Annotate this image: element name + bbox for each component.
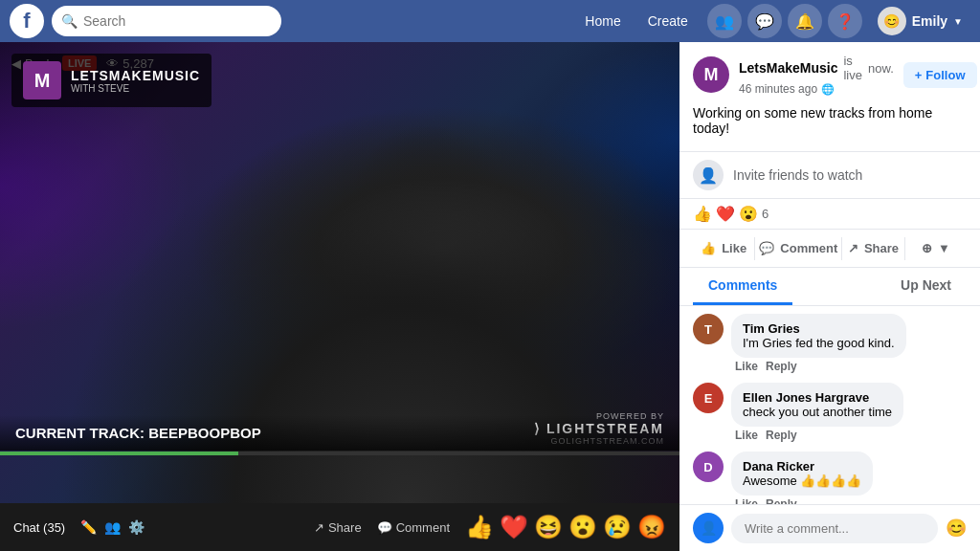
now-text: now. — [868, 61, 894, 76]
channel-icon: M — [23, 61, 61, 99]
globe-icon: 🌐 — [821, 83, 835, 96]
reply-action[interactable]: Reply — [766, 497, 797, 504]
comment-author[interactable]: Ellen Jones Hargrave — [743, 390, 892, 405]
edit-icon[interactable]: ✏️ — [80, 519, 97, 535]
comment-icon: 💬 — [377, 520, 392, 535]
comment-action[interactable]: 💬 Comment — [755, 233, 841, 263]
list-item: T Tim Gries I'm Gries fed the good kind.… — [693, 314, 967, 373]
comment-content: Ellen Jones Hargrave check you out anoth… — [731, 383, 903, 442]
comment-button[interactable]: 💬 Comment — [377, 520, 450, 535]
comment-bubble: Ellen Jones Hargrave check you out anoth… — [731, 383, 903, 427]
reaction-count: 6 — [762, 207, 768, 221]
chevron-down-icon: ▼ — [953, 16, 963, 27]
current-track: CURRENT TRACK: BEEPBOOPBOP — [15, 425, 664, 441]
comment-actions: Like Reply — [735, 429, 903, 442]
share-action[interactable]: ↗ Share — [842, 233, 903, 263]
reaction-icons: 👍 ❤️ 😆 😮 😢 😡 — [465, 514, 666, 540]
comment-input-row: 👤 😊 — [679, 504, 980, 551]
search-icon: 🔍 — [61, 13, 78, 29]
video-panel: ◀ Back LIVE 👁 5,287 M LETSMAKEMUSIC WITH… — [0, 42, 679, 551]
reaction-group: 👍 ❤️ 😮 6 — [693, 205, 768, 223]
wow-reaction[interactable]: 😮 — [568, 514, 597, 540]
sad-reaction[interactable]: 😢 — [603, 514, 632, 540]
heart-reaction-icon: ❤️ — [716, 205, 735, 223]
reactions-row: 👍 ❤️ 😮 6 — [679, 199, 980, 230]
like-action[interactable]: 👍 Like — [693, 233, 754, 263]
comment-bubble: Dana Ricker Awesome 👍👍👍👍 — [731, 452, 873, 496]
thumbs-up-reaction[interactable]: 👍 — [465, 514, 494, 540]
comment-input-avatar: 👤 — [693, 513, 724, 543]
search-input[interactable] — [83, 13, 272, 29]
chat-label: Chat (35) — [13, 520, 65, 535]
heart-reaction[interactable]: ❤️ — [500, 514, 528, 540]
user-menu[interactable]: 😊 Emily ▼ — [870, 3, 970, 39]
list-item: E Ellen Jones Hargrave check you out ano… — [693, 383, 967, 442]
settings-icon[interactable]: ⚙️ — [128, 519, 145, 535]
comment-author[interactable]: Dana Ricker — [743, 459, 861, 474]
streamer-name-line: LetsMakeMusic is live now. — [739, 54, 894, 82]
main-content: ◀ Back LIVE 👁 5,287 M LETSMAKEMUSIC WITH… — [0, 42, 980, 551]
like-action[interactable]: Like — [735, 497, 758, 504]
comments-area[interactable]: T Tim Gries I'm Gries fed the good kind.… — [679, 306, 980, 504]
laugh-reaction[interactable]: 😆 — [534, 514, 563, 540]
comment-avatar: T — [693, 314, 724, 344]
channel-subtitle: WITH STEVE — [71, 83, 200, 94]
video-area: ◀ Back LIVE 👁 5,287 M LETSMAKEMUSIC WITH… — [0, 42, 679, 503]
like-action[interactable]: Like — [735, 429, 758, 442]
header-actions: + Follow 🔔 ••• — [903, 62, 980, 88]
is-live-text: is live — [843, 54, 862, 82]
comment-input[interactable] — [731, 514, 938, 543]
time-ago: 46 minutes ago 🌐 — [739, 82, 894, 96]
add-person-icon[interactable]: 👥 — [104, 519, 121, 535]
comment-content: Dana Ricker Awesome 👍👍👍👍 Like Reply — [731, 452, 873, 504]
nav-icons: 👥 💬 🔔 ❓ — [707, 4, 862, 38]
avatar: 😊 — [878, 7, 906, 35]
share-action-icon: ↗ — [848, 241, 858, 255]
nav-links: Home Create — [573, 6, 699, 36]
track-info: CURRENT TRACK: BEEPBOOPBOP — [0, 415, 679, 451]
comment-text: check you out another time — [743, 405, 892, 419]
tab-up-next[interactable]: Up Next — [885, 268, 967, 305]
reply-action[interactable]: Reply — [766, 360, 797, 373]
more-action[interactable]: ⊕ ▼ — [905, 233, 967, 263]
wow-reaction-icon: 😮 — [739, 205, 758, 223]
progress-bar — [0, 452, 679, 455]
notifications-icon[interactable]: 🔔 — [788, 4, 822, 38]
messenger-icon[interactable]: 💬 — [747, 4, 782, 38]
list-item: D Dana Ricker Awesome 👍👍👍👍 Like Reply — [693, 452, 967, 504]
more-action-icon: ⊕ — [922, 241, 932, 255]
follow-button[interactable]: + Follow — [903, 62, 977, 88]
share-button[interactable]: ↗ Share — [314, 520, 362, 535]
like-action[interactable]: Like — [735, 360, 758, 373]
facebook-logo: f — [10, 4, 44, 38]
streamer-name[interactable]: LetsMakeMusic — [739, 60, 837, 76]
comment-action-icon: 💬 — [759, 241, 774, 255]
channel-badge: M LETSMAKEMUSIC WITH STEVE — [11, 54, 212, 107]
invite-friends[interactable]: 👤 Invite friends to watch — [679, 152, 980, 199]
comment-actions: Like Reply — [735, 360, 906, 373]
reply-action[interactable]: Reply — [766, 429, 797, 442]
video-controls: Chat (35) ✏️ 👥 ⚙️ ↗ Share 💬 Comment 👍 ❤️… — [0, 503, 679, 551]
emoji-button[interactable]: 😊 — [946, 518, 967, 539]
user-name: Emily — [912, 13, 947, 29]
comment-actions: Like Reply — [735, 497, 873, 504]
right-panel: M LetsMakeMusic is live now. 46 minutes … — [679, 42, 980, 551]
panel-tabs: Comments Up Next — [679, 268, 980, 306]
action-buttons: 👍 Like 💬 Comment ↗ Share ⊕ ▼ — [679, 230, 980, 268]
top-navigation: f 🔍 Home Create 👥 💬 🔔 ❓ 😊 Emily ▼ — [0, 0, 980, 42]
comment-author[interactable]: Tim Gries — [743, 321, 895, 336]
help-icon[interactable]: ❓ — [828, 4, 862, 38]
comment-text: Awesome 👍👍👍👍 — [743, 474, 861, 488]
like-icon: 👍 — [701, 241, 716, 255]
angry-reaction[interactable]: 😡 — [637, 514, 666, 540]
friends-icon[interactable]: 👥 — [707, 4, 742, 38]
stream-header: M LetsMakeMusic is live now. 46 minutes … — [679, 42, 980, 152]
share-icon: ↗ — [314, 520, 324, 535]
tab-comments[interactable]: Comments — [693, 268, 792, 305]
nav-create[interactable]: Create — [636, 6, 700, 36]
nav-home[interactable]: Home — [573, 6, 632, 36]
search-bar[interactable]: 🔍 — [52, 6, 281, 36]
comment-text: I'm Gries fed the good kind. — [743, 336, 895, 350]
comment-avatar: E — [693, 383, 724, 413]
channel-text: LETSMAKEMUSIC WITH STEVE — [71, 68, 200, 94]
